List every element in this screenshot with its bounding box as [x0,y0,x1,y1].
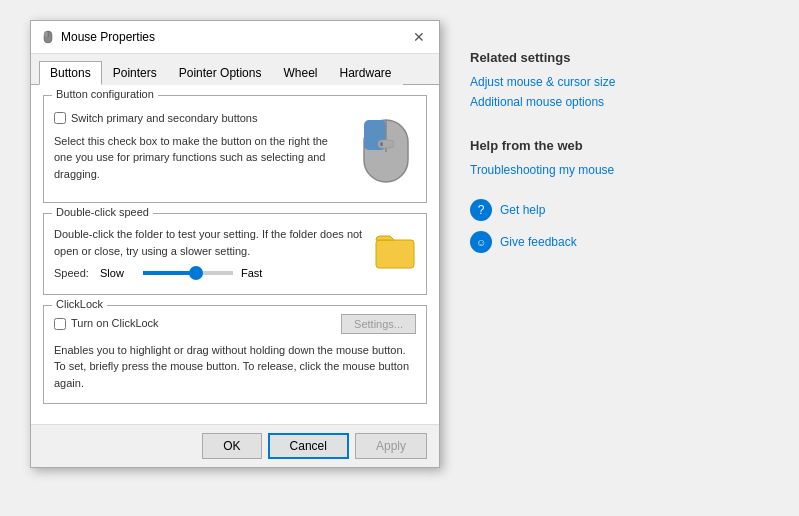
dialog-title: Mouse Properties [61,30,155,44]
tab-hardware[interactable]: Hardware [328,61,402,85]
button-config-label: Button configuration [52,88,158,100]
give-feedback-icon: ☺ [470,231,492,253]
speed-slider[interactable] [143,271,233,275]
mouse-illustration [356,110,416,190]
tabs-bar: Buttons Pointers Pointer Options Wheel H… [31,54,439,85]
ok-button[interactable]: OK [202,433,261,459]
clicklock-desc: Enables you to highlight or drag without… [54,342,416,392]
clicklock-section: ClickLock Turn on ClickLock Settings... … [43,305,427,405]
switch-buttons-checkbox[interactable] [54,112,66,124]
apply-button[interactable]: Apply [355,433,427,459]
svg-rect-7 [380,142,383,146]
tab-pointer-options[interactable]: Pointer Options [168,61,273,85]
tab-buttons[interactable]: Buttons [39,61,102,85]
cancel-button[interactable]: Cancel [268,433,349,459]
folder-icon [374,226,416,276]
help-from-web-title: Help from the web [470,138,750,153]
mouse-properties-dialog: Mouse Properties ✕ Buttons Pointers Poin… [30,20,440,468]
button-config-row: Switch primary and secondary buttons Sel… [54,110,416,190]
double-click-section: Double-click speed Double-click the fold… [43,213,427,295]
dialog-icon [41,30,55,44]
right-panel: Related settings Adjust mouse & cursor s… [470,50,750,263]
close-button[interactable]: ✕ [409,27,429,47]
related-settings-title: Related settings [470,50,750,65]
tab-wheel[interactable]: Wheel [272,61,328,85]
switch-buttons-row: Switch primary and secondary buttons [54,110,346,127]
clicklock-row: Turn on ClickLock Settings... [54,314,416,334]
slow-label: Slow [100,267,135,279]
switch-buttons-label: Switch primary and secondary buttons [71,110,257,127]
fast-label: Fast [241,267,269,279]
additional-mouse-options-link[interactable]: Additional mouse options [470,95,750,109]
speed-slider-row: Speed: Slow Fast [54,265,364,282]
button-config-desc: Select this check box to make the button… [54,133,346,183]
clicklock-checkbox-row: Turn on ClickLock [54,315,159,332]
tab-pointers[interactable]: Pointers [102,61,168,85]
clicklock-settings-button[interactable]: Settings... [341,314,416,334]
svg-rect-2 [44,31,48,37]
title-bar-left: Mouse Properties [41,30,155,44]
give-feedback-row: ☺ Give feedback [470,231,750,253]
dialog-footer: OK Cancel Apply [31,424,439,467]
button-config-left: Switch primary and secondary buttons Sel… [54,110,346,182]
speed-label: Speed: [54,265,92,282]
double-click-left: Double-click the folder to test your set… [54,226,364,282]
title-bar: Mouse Properties ✕ [31,21,439,54]
svg-rect-8 [376,240,414,268]
button-config-section: Button configuration Switch primary and … [43,95,427,203]
dialog-content: Button configuration Switch primary and … [31,85,439,424]
double-click-label: Double-click speed [52,206,153,218]
clicklock-checkbox-label: Turn on ClickLock [71,315,159,332]
get-help-link[interactable]: Get help [500,203,545,217]
get-help-icon: ? [470,199,492,221]
clicklock-checkbox[interactable] [54,318,66,330]
get-help-row: ? Get help [470,199,750,221]
double-click-desc: Double-click the folder to test your set… [54,226,364,259]
troubleshooting-link[interactable]: Troubleshooting my mouse [470,163,750,177]
give-feedback-link[interactable]: Give feedback [500,235,577,249]
clicklock-label: ClickLock [52,298,107,310]
adjust-mouse-link[interactable]: Adjust mouse & cursor size [470,75,750,89]
